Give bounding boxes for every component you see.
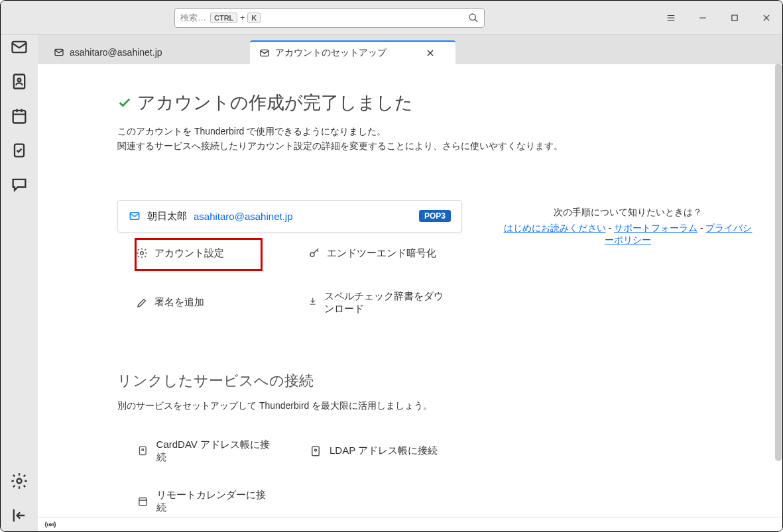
- help-links: はじめにお読みください - サポートフォーラム - プライバシーポリシー: [502, 223, 754, 246]
- minimize-button[interactable]: [695, 10, 711, 26]
- page-description: このアカウントを Thunderbird で使用できるようになりました。 関連す…: [117, 124, 754, 154]
- svg-point-32: [50, 523, 52, 525]
- download-dictionary-button[interactable]: スペルチェック辞書をダウンロード: [290, 281, 462, 325]
- status-bar: [38, 517, 782, 531]
- addressbook-icon[interactable]: [10, 72, 29, 91]
- search-input[interactable]: 検索… CTRL + K: [174, 8, 485, 28]
- svg-point-25: [310, 253, 314, 257]
- menu-button[interactable]: [663, 10, 679, 26]
- service-label: LDAP アドレス帳に接続: [330, 445, 438, 457]
- search-placeholder: 検索…: [180, 12, 206, 24]
- kbd-k: K: [247, 13, 261, 23]
- account-email: asahitaro@asahinet.jp: [194, 211, 293, 222]
- svg-line-1: [475, 19, 477, 22]
- tab-label: asahitaro@asahinet.jp: [70, 47, 162, 58]
- carddav-connect-button[interactable]: CardDAV アドレス帳に接続: [117, 432, 290, 470]
- svg-point-17: [17, 479, 22, 484]
- collapse-icon[interactable]: [10, 506, 29, 525]
- account-name: 朝日太郎: [147, 210, 187, 223]
- tab-label: アカウントのセットアップ: [275, 47, 387, 59]
- action-label: 署名を追加: [154, 296, 204, 309]
- close-button[interactable]: [758, 10, 774, 26]
- tab-setup[interactable]: アカウントのセットアップ: [250, 40, 455, 64]
- help-question: 次の手順について知りたいときは？: [502, 207, 754, 219]
- kbd-plus: +: [240, 13, 245, 23]
- calendar-icon[interactable]: [10, 107, 29, 125]
- action-label: スペルチェック辞書をダウンロード: [324, 290, 444, 315]
- svg-point-27: [142, 449, 144, 451]
- gear-icon: [136, 247, 148, 259]
- svg-rect-12: [13, 111, 26, 123]
- service-label: リモートカレンダーに接続: [156, 489, 270, 514]
- service-label: CardDAV アドレス帳に接続: [156, 439, 270, 464]
- pencil-icon: [136, 297, 148, 309]
- addressbook-icon: [310, 445, 322, 457]
- protocol-badge: POP3: [419, 210, 451, 222]
- account-settings-button[interactable]: アカウント設定: [117, 238, 290, 269]
- svg-point-0: [469, 14, 475, 20]
- settings-icon[interactable]: [10, 472, 29, 490]
- tasks-icon[interactable]: [10, 141, 29, 160]
- svg-point-24: [141, 252, 144, 255]
- svg-rect-30: [139, 498, 147, 505]
- mail-icon: [129, 210, 141, 222]
- support-forum-link[interactable]: サポートフォーラム: [614, 223, 697, 233]
- maximize-button[interactable]: [727, 10, 743, 26]
- action-label: エンドツーエンド暗号化: [327, 247, 436, 260]
- add-signature-button[interactable]: 署名を追加: [117, 281, 290, 325]
- addressbook-icon: [137, 445, 149, 457]
- download-icon: [308, 297, 318, 309]
- svg-point-11: [18, 78, 21, 81]
- action-label: アカウント設定: [154, 247, 224, 260]
- linked-services-heading: リンクしたサービスへの接続: [117, 371, 754, 391]
- content-area: アカウントの作成が完了しました このアカウントを Thunderbird で使用…: [38, 64, 782, 517]
- kbd-ctrl: CTRL: [210, 13, 237, 23]
- account-card: 朝日太郎 asahitaro@asahinet.jp POP3: [117, 200, 462, 233]
- search-icon: [468, 13, 479, 23]
- e2e-encryption-button[interactable]: エンドツーエンド暗号化: [290, 238, 462, 269]
- mail-icon: [54, 47, 64, 58]
- svg-point-29: [315, 449, 317, 451]
- key-icon: [308, 247, 320, 259]
- svg-rect-6: [732, 15, 737, 20]
- tabstrip: asahitaro@asahinet.jp アカウントのセットアップ: [38, 35, 782, 64]
- mail-setup-icon: [259, 48, 270, 58]
- mail-icon[interactable]: [10, 38, 29, 56]
- linked-services-description: 別のサービスをセットアップして Thunderbird を最大限に活用しましょう…: [117, 400, 754, 412]
- sidebar: [1, 35, 38, 531]
- activity-icon[interactable]: [44, 519, 56, 531]
- scrollbar[interactable]: [775, 64, 782, 461]
- getting-started-link[interactable]: はじめにお読みください: [504, 223, 606, 233]
- close-tab-icon[interactable]: [425, 48, 436, 58]
- calendar-icon: [137, 496, 149, 507]
- titlebar: 検索… CTRL + K: [1, 1, 782, 35]
- remote-calendar-connect-button[interactable]: リモートカレンダーに接続: [117, 482, 290, 517]
- check-icon: [117, 95, 132, 110]
- page-title: アカウントの作成が完了しました: [137, 91, 413, 115]
- ldap-connect-button[interactable]: LDAP アドレス帳に接続: [290, 432, 462, 470]
- chat-icon[interactable]: [10, 176, 29, 194]
- tab-account[interactable]: asahitaro@asahinet.jp: [44, 40, 250, 64]
